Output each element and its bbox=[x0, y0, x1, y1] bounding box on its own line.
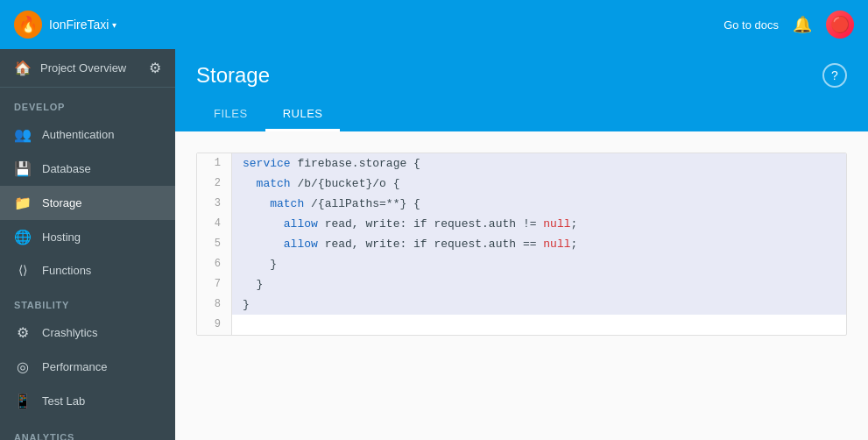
tab-rules[interactable]: RULES bbox=[265, 98, 341, 131]
line-content-6: } bbox=[232, 254, 846, 274]
code-line-8: 8 } bbox=[197, 295, 846, 315]
top-bar-left: 🔥 IonFireTaxi ▾ bbox=[14, 11, 116, 39]
line-content-5: allow read, write: if request.auth == nu… bbox=[232, 234, 846, 254]
line-content-4: allow read, write: if request.auth != nu… bbox=[232, 214, 846, 234]
line-number-6: 6 bbox=[197, 254, 232, 274]
functions-icon: ⟨⟩ bbox=[14, 263, 32, 277]
tabs: FILES RULES bbox=[196, 98, 847, 131]
line-number-5: 5 bbox=[197, 234, 232, 254]
home-icon: 🏠 bbox=[14, 60, 32, 76]
line-number-7: 7 bbox=[197, 274, 232, 295]
testlab-label: Test Lab bbox=[42, 394, 85, 408]
line-content-8: } bbox=[232, 295, 846, 315]
database-icon: 💾 bbox=[14, 160, 32, 177]
page-title: Storage bbox=[196, 63, 270, 88]
sidebar-item-testlab[interactable]: 📱 Test Lab bbox=[0, 384, 175, 418]
line-number-2: 2 bbox=[197, 174, 232, 194]
firebase-logo: 🔥 bbox=[14, 11, 42, 39]
top-bar-right: Go to docs 🔔 🔴 bbox=[723, 11, 854, 39]
code-area: 1 service firebase.storage { 2 match /b/… bbox=[175, 131, 868, 440]
code-line-7: 7 } bbox=[197, 274, 846, 295]
line-number-4: 4 bbox=[197, 214, 232, 234]
chevron-down-icon: ▾ bbox=[112, 20, 116, 30]
top-bar: 🔥 IonFireTaxi ▾ Go to docs 🔔 🔴 bbox=[0, 0, 868, 49]
tab-files[interactable]: FILES bbox=[196, 98, 265, 131]
develop-section-label: DEVELOP bbox=[0, 88, 175, 117]
project-name: IonFireTaxi bbox=[49, 18, 109, 32]
line-content-1: service firebase.storage { bbox=[232, 153, 846, 174]
sidebar-item-crashlytics[interactable]: ⚙ Crashlytics bbox=[0, 316, 175, 350]
hosting-icon: 🌐 bbox=[14, 229, 32, 245]
sidebar-item-authentication[interactable]: 👥 Authentication bbox=[0, 117, 175, 152]
sidebar-item-functions[interactable]: ⟨⟩ Functions bbox=[0, 254, 175, 286]
authentication-icon: 👥 bbox=[14, 126, 32, 143]
line-content-3: match /{allPaths=**} { bbox=[232, 194, 846, 214]
storage-label: Storage bbox=[42, 196, 82, 209]
database-label: Database bbox=[42, 162, 91, 175]
code-line-4: 4 allow read, write: if request.auth != … bbox=[197, 214, 846, 234]
code-line-6: 6 } bbox=[197, 254, 846, 274]
line-number-9: 9 bbox=[197, 315, 232, 335]
code-line-9: 9 bbox=[197, 315, 846, 335]
hosting-label: Hosting bbox=[42, 231, 81, 244]
content-header-top: Storage ? bbox=[196, 63, 847, 88]
project-selector[interactable]: IonFireTaxi ▾ bbox=[49, 18, 116, 32]
performance-label: Performance bbox=[42, 360, 107, 373]
bell-icon[interactable]: 🔔 bbox=[793, 15, 812, 34]
functions-label: Functions bbox=[42, 264, 91, 277]
performance-icon: ◎ bbox=[14, 358, 32, 375]
content-header: Storage ? FILES RULES bbox=[175, 49, 868, 131]
go-to-docs-link[interactable]: Go to docs bbox=[723, 18, 779, 32]
code-lines: 1 service firebase.storage { 2 match /b/… bbox=[197, 153, 846, 335]
sidebar-item-performance[interactable]: ◎ Performance bbox=[0, 350, 175, 384]
firebase-flame-icon: 🔥 bbox=[18, 15, 38, 34]
project-overview-item[interactable]: 🏠 Project Overview bbox=[14, 60, 126, 76]
main-layout: 🏠 Project Overview ⚙ DEVELOP 👥 Authentic… bbox=[0, 49, 868, 440]
sidebar: 🏠 Project Overview ⚙ DEVELOP 👥 Authentic… bbox=[0, 49, 175, 440]
code-line-2: 2 match /b/{bucket}/o { bbox=[197, 174, 846, 194]
help-icon[interactable]: ? bbox=[822, 63, 847, 88]
code-editor[interactable]: 1 service firebase.storage { 2 match /b/… bbox=[196, 153, 847, 336]
line-number-3: 3 bbox=[197, 194, 232, 214]
crashlytics-icon: ⚙ bbox=[14, 324, 32, 341]
sidebar-item-storage[interactable]: 📁 Storage bbox=[0, 186, 175, 220]
user-avatar[interactable]: 🔴 bbox=[826, 11, 854, 39]
storage-icon: 📁 bbox=[14, 195, 32, 211]
testlab-icon: 📱 bbox=[14, 393, 32, 409]
authentication-label: Authentication bbox=[42, 128, 114, 141]
sidebar-project-row: 🏠 Project Overview ⚙ bbox=[0, 49, 175, 88]
line-content-7: } bbox=[232, 274, 846, 295]
content-area: Storage ? FILES RULES 1 service firebase… bbox=[175, 49, 868, 440]
sidebar-item-hosting[interactable]: 🌐 Hosting bbox=[0, 220, 175, 254]
code-line-1: 1 service firebase.storage { bbox=[197, 153, 846, 174]
line-content-2: match /b/{bucket}/o { bbox=[232, 174, 846, 194]
code-line-3: 3 match /{allPaths=**} { bbox=[197, 194, 846, 214]
analytics-section-label: ANALYTICS bbox=[0, 418, 175, 440]
stability-section-label: STABILITY bbox=[0, 286, 175, 316]
sidebar-item-database[interactable]: 💾 Database bbox=[0, 152, 175, 186]
code-line-5: 5 allow read, write: if request.auth == … bbox=[197, 234, 846, 254]
project-overview-label: Project Overview bbox=[40, 61, 126, 75]
line-number-8: 8 bbox=[197, 295, 232, 315]
avatar-icon: 🔴 bbox=[830, 15, 850, 34]
settings-icon[interactable]: ⚙ bbox=[149, 60, 161, 76]
line-number-1: 1 bbox=[197, 153, 232, 174]
crashlytics-label: Crashlytics bbox=[42, 326, 98, 339]
line-content-9 bbox=[232, 315, 846, 335]
